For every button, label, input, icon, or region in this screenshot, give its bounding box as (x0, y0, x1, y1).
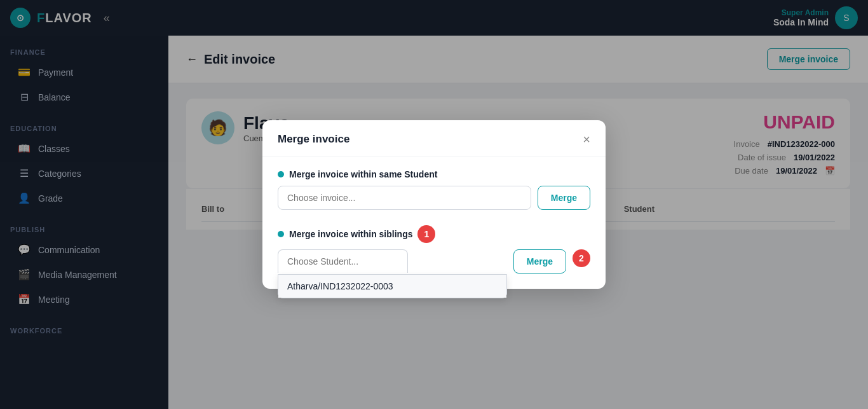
step1-badge: 1 (417, 225, 435, 243)
modal-overlay[interactable]: Merge invoice × Merge invoice within sam… (0, 0, 868, 409)
modal-title: Merge invoice (278, 133, 349, 146)
merge-invoice-modal: Merge invoice × Merge invoice within sam… (262, 120, 606, 289)
section1-label: Merge invoice within same Student (278, 169, 590, 179)
merge-same-student-section: Merge invoice within same Student Merge (278, 169, 590, 210)
modal-body: Merge invoice within same Student Merge … (262, 156, 606, 289)
merge-same-student-button[interactable]: Merge (538, 186, 590, 210)
student-dropdown-list: Atharva/IND1232022-0003 (278, 274, 507, 298)
section1-dot (278, 171, 284, 177)
merge-row-1: Merge (278, 186, 590, 210)
modal-close-button[interactable]: × (583, 133, 590, 146)
merge-siblings-section: Merge invoice within siblings 1 Atharva/… (278, 225, 590, 274)
modal-header: Merge invoice × (262, 120, 606, 156)
merge-siblings-button[interactable]: Merge (513, 249, 566, 274)
siblings-merge-row: Atharva/IND1232022-0003 Merge 2 (278, 249, 590, 274)
dropdown-item-atharva[interactable]: Atharva/IND1232022-0003 (278, 275, 506, 298)
step2-badge: 2 (573, 249, 590, 267)
siblings-input-col: Atharva/IND1232022-0003 (278, 249, 507, 273)
section2-dot (278, 231, 284, 237)
section2-label: Merge invoice within siblings 1 (278, 225, 590, 243)
choose-student-input[interactable] (278, 249, 408, 273)
choose-invoice-input[interactable] (278, 186, 531, 210)
